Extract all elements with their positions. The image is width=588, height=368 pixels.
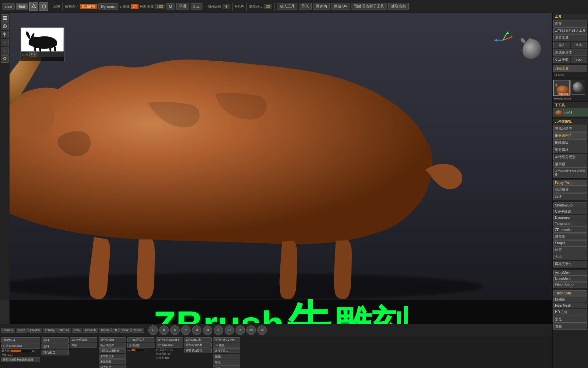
canvas-area[interactable]: shot Edit [10, 13, 552, 300]
mask-tool-btn[interactable] [1, 22, 9, 30]
weld-flat-btn[interactable]: 焊接平面 1 [213, 348, 240, 353]
tessimate-btn[interactable]: Tessimate [553, 221, 587, 227]
pinch-btn[interactable]: Pinch [99, 328, 111, 333]
import-btn[interactable]: 导入 [299, 3, 312, 10]
save-uv-btn[interactable]: 保留 UV [331, 3, 350, 10]
visible-poly-btn[interactable]: 可见多边形分组 [1, 343, 40, 349]
uv-color-btn[interactable]: UV 颜色 [213, 343, 240, 348]
dynamic-btn[interactable]: Dynamic [98, 3, 118, 10]
fully-hide-btn[interactable]: 全部段数 [127, 343, 154, 348]
modify-btn[interactable]: 修改形 [553, 233, 587, 240]
tpose-track[interactable] [131, 349, 145, 351]
delete-hidden-btn[interactable]: 删除隐藏 [99, 359, 126, 364]
curvem-icon[interactable]: C [214, 325, 223, 335]
rgb-value[interactable]: 100 [155, 4, 165, 9]
position-btn[interactable]: 位置 [553, 246, 587, 253]
arraymesh-btn[interactable]: ArrayMesh [553, 270, 587, 276]
merge-up-btn[interactable]: 合并 [213, 366, 240, 368]
color-btn[interactable]: 颜色 [213, 354, 240, 359]
trimad-btn[interactable]: TrimAd [57, 328, 71, 333]
zreme-icon[interactable]: ZR [246, 325, 256, 335]
match-icon[interactable]: Mt [257, 325, 267, 335]
tool-header[interactable]: 工具 [553, 14, 588, 20]
snake-icon[interactable]: Sn [225, 325, 234, 335]
uv-process-btn[interactable]: UV 处理分组 [70, 337, 97, 342]
generate-btn[interactable]: 生成多形体 [553, 49, 587, 56]
subtool-item-1[interactable]: niu04 [553, 108, 588, 117]
reduce-btn[interactable]: 降低分辨率 [553, 125, 587, 132]
claybu-btn[interactable]: ClayBu [28, 328, 42, 333]
light-tool-btn[interactable]: 灯物工具 [553, 65, 587, 72]
poly-keep-btn[interactable]: 保留多边形组 [184, 348, 212, 353]
auto-subdiv-btn[interactable]: 启动细分 [1, 337, 40, 343]
trimdy-btn[interactable]: TrimDy [43, 328, 57, 333]
split-select-btn[interactable]: 细分率为 SelectR [156, 337, 183, 342]
subdiv-btn[interactable]: 细分级别 4 [553, 132, 587, 139]
zremesher-bottom-btn[interactable]: ZRemesher [156, 343, 183, 348]
remove-multi-btn[interactable]: 删除多边形 [99, 354, 126, 359]
split-merge-btn[interactable]: 按照多边形拆选 [99, 348, 126, 353]
split-btn[interactable]: 拆分分成组 [99, 337, 126, 342]
draw-mode-icon[interactable] [29, 2, 38, 11]
split-result-btn[interactable]: 拆分成组件 [99, 343, 126, 348]
fibermesh-btn[interactable]: FiberMesh [553, 303, 587, 308]
use-virtual-uv-btn[interactable]: 使用程序UV接缝 [213, 337, 240, 342]
suv-btn[interactable]: Suv [191, 3, 202, 10]
hd-geo-btn[interactable]: HD 几何 [553, 309, 587, 316]
merge-visible-btn[interactable]: 合并可见 [99, 365, 126, 368]
layer-tool-btn[interactable] [1, 14, 9, 22]
goz-all-btn[interactable]: GoZ 全部 [553, 57, 570, 63]
restore-btn[interactable]: 复置工具 [553, 34, 587, 41]
highest-subdiv-btn[interactable]: 最高级 [553, 161, 587, 168]
delete-lower-btn[interactable]: 删除低级 [553, 139, 587, 146]
rotate-icon[interactable] [39, 2, 48, 11]
shot-edit-btn[interactable]: Edit [29, 52, 37, 57]
thick-skin-btn[interactable]: Thick SkIn [553, 290, 587, 296]
movetr-btn[interactable]: Move Tr [83, 328, 98, 333]
perspective-btn[interactable]: P [1, 39, 9, 46]
tpose-btn[interactable]: TPose子工具 [127, 337, 154, 342]
strength-preset-btn[interactable]: 按照当前绘制的颜色分组 [1, 357, 40, 362]
zremesher-btn-right[interactable]: ZRemesher [553, 227, 587, 233]
subdiv-track[interactable] [11, 350, 31, 352]
geometry-header[interactable]: 几何体编辑 [553, 119, 588, 125]
goz-btn[interactable]: GoZ [571, 57, 588, 63]
save-btn[interactable]: 保存 [553, 20, 587, 27]
claypolish-btn[interactable]: ClayPolish [553, 209, 587, 214]
layer-icon[interactable]: L [148, 325, 158, 335]
slash3-icon[interactable]: S [170, 325, 180, 335]
bull-model-thumb[interactable]: niu04 49 [553, 80, 570, 96]
inflat-btn[interactable]: Inflat [72, 328, 83, 333]
stager-btn[interactable]: Stager [553, 240, 587, 246]
stitch-icon[interactable]: St [203, 325, 212, 335]
display-btn[interactable]: 展示 [213, 360, 240, 366]
shot-panel[interactable]: shot Edit [20, 27, 65, 61]
move-btn[interactable]: Move [16, 328, 28, 333]
rake-icon[interactable]: R [181, 325, 191, 335]
z-intensity-value[interactable]: 24 [131, 4, 138, 9]
preview-btn[interactable]: 预览 [553, 316, 587, 323]
load-from-file-btn[interactable]: 从项目文件载入工具 [553, 27, 587, 34]
sphere-thumb[interactable] [570, 80, 585, 95]
surface-btn[interactable]: 表面 [553, 323, 587, 330]
subdiv-value[interactable]: 4 [223, 4, 230, 9]
grp-btn[interactable]: Grp [70, 343, 97, 348]
brush-size-value[interactable]: 61.5876 [80, 4, 97, 9]
preprocess-btn[interactable]: 预处理当前子工具 [352, 3, 387, 10]
paint-btn[interactable]: Paint [119, 328, 131, 333]
dynamic-subdiv-btn[interactable]: 动态细分 [553, 186, 587, 193]
edge-loop-btn[interactable]: 边环 [553, 193, 587, 200]
border-btn[interactable]: 边框 [42, 343, 69, 349]
m-btn[interactable]: M [166, 3, 175, 10]
nanomesh-btn[interactable]: NanoMesh [553, 276, 587, 282]
smooth-btn[interactable]: 平滑 [176, 3, 189, 10]
subdiv-mesh-btn[interactable]: 细分网格 [553, 147, 587, 153]
damstd-icon[interactable]: D [159, 325, 169, 335]
light-btn[interactable] [1, 55, 9, 63]
freeze-subdiv-btn[interactable]: 冻结细分级别 [553, 154, 587, 160]
morph-icon[interactable]: M [192, 325, 201, 335]
subtool-header[interactable]: 子工具 [553, 102, 588, 108]
edit-btn[interactable]: Edit [16, 3, 28, 10]
save-as-btn[interactable]: 另存为 [313, 3, 330, 10]
mesh-integrity-btn[interactable]: 网格完整性 [553, 261, 587, 267]
